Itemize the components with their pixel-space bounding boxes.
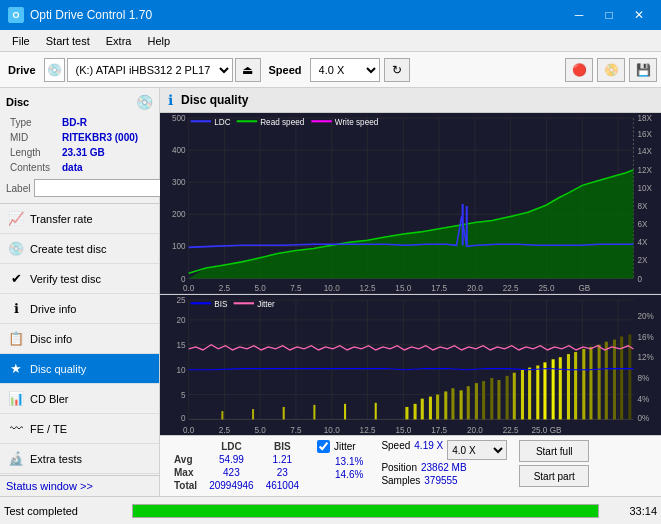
svg-rect-114 <box>497 380 500 419</box>
label-input[interactable] <box>34 179 163 197</box>
drive-select[interactable]: (K:) ATAPI iHBS312 2 PL17 <box>67 58 233 82</box>
svg-rect-123 <box>567 354 570 419</box>
position-label: Position <box>381 462 417 473</box>
svg-text:6X: 6X <box>637 220 648 229</box>
status-text: Test completed <box>4 505 124 517</box>
svg-text:LDC: LDC <box>214 118 230 127</box>
quality-header: ℹ Disc quality <box>160 88 661 113</box>
disc-table: Type BD-R MID RITEKBR3 (000) Length 23.3… <box>6 114 153 176</box>
svg-text:17.5: 17.5 <box>431 284 447 293</box>
menu-extra[interactable]: Extra <box>98 33 140 49</box>
speed-row: Speed 4.19 X 4.0 X <box>381 440 507 460</box>
speed-select[interactable]: 4.0 X <box>310 58 380 82</box>
menu-start-test[interactable]: Start test <box>38 33 98 49</box>
svg-text:200: 200 <box>172 210 186 219</box>
jitter-table: 13.1% 14.6% <box>317 455 369 481</box>
sidebar-item-verify-test-disc[interactable]: ✔ Verify test disc <box>0 264 159 294</box>
title-bar-left: O Opti Drive Control 1.70 <box>8 7 152 23</box>
jitter-checkbox[interactable] <box>317 440 330 453</box>
quality-title: Disc quality <box>181 93 248 107</box>
svg-text:4X: 4X <box>637 238 648 247</box>
charts-container: 0 100 200 300 400 500 0 2X 4X 6X 8X 10X … <box>160 113 661 435</box>
svg-rect-112 <box>482 381 485 419</box>
disc-length-row: Length 23.31 GB <box>8 146 151 159</box>
contents-value: data <box>60 161 151 174</box>
sidebar-item-label-fe-te: FE / TE <box>30 423 67 435</box>
sidebar-item-create-test-disc[interactable]: 💿 Create test disc <box>0 234 159 264</box>
svg-text:16%: 16% <box>637 332 654 341</box>
sidebar-item-disc-info[interactable]: 📋 Disc info <box>0 324 159 354</box>
extra-tests-icon: 🔬 <box>8 451 24 467</box>
samples-row: Samples 379555 <box>381 475 507 486</box>
speed-info-label: Speed <box>381 440 410 460</box>
toolbar-btn-2[interactable]: 📀 <box>597 58 625 82</box>
svg-text:300: 300 <box>172 178 186 187</box>
title-bar: O Opti Drive Control 1.70 ─ □ ✕ <box>0 0 661 30</box>
svg-text:15.0: 15.0 <box>395 284 411 293</box>
svg-rect-129 <box>613 340 616 420</box>
menu-help[interactable]: Help <box>139 33 178 49</box>
stats-col-ldc: LDC <box>203 440 260 453</box>
stats-panel: LDC BIS Avg 54.99 1.21 Max 423 23 <box>160 435 661 496</box>
svg-text:0.0: 0.0 <box>183 284 195 293</box>
svg-text:25: 25 <box>176 296 186 305</box>
svg-rect-134 <box>283 407 285 419</box>
toolbar-btn-3[interactable]: 💾 <box>629 58 657 82</box>
stats-col-empty <box>168 440 203 453</box>
drive-info-icon: ℹ <box>8 301 24 317</box>
sidebar-item-label-disc-quality: Disc quality <box>30 363 86 375</box>
speed-info-select[interactable]: 4.0 X <box>447 440 507 460</box>
minimize-button[interactable]: ─ <box>565 5 593 25</box>
maximize-button[interactable]: □ <box>595 5 623 25</box>
sidebar-item-fe-te[interactable]: 〰 FE / TE <box>0 414 159 444</box>
svg-rect-119 <box>536 365 539 419</box>
svg-text:25.0: 25.0 <box>539 284 555 293</box>
app-title: Opti Drive Control 1.70 <box>30 8 152 22</box>
drive-select-wrap: 💿 (K:) ATAPI iHBS312 2 PL17 ⏏ <box>44 58 261 82</box>
refresh-button[interactable]: ↻ <box>384 58 410 82</box>
sidebar-item-drive-info[interactable]: ℹ Drive info <box>0 294 159 324</box>
svg-text:4%: 4% <box>637 395 649 404</box>
fe-te-icon: 〰 <box>8 421 24 437</box>
position-row: Position 23862 MB <box>381 462 507 473</box>
jitter-checkbox-row: Jitter <box>317 440 369 453</box>
stats-table: LDC BIS Avg 54.99 1.21 Max 423 23 <box>168 440 305 492</box>
quality-header-icon: ℹ <box>168 92 173 108</box>
svg-rect-135 <box>313 405 315 420</box>
svg-text:5.0: 5.0 <box>255 426 267 435</box>
svg-rect-108 <box>451 388 454 419</box>
close-button[interactable]: ✕ <box>625 5 653 25</box>
eject-button[interactable]: ⏏ <box>235 58 261 82</box>
start-full-button[interactable]: Start full <box>519 440 589 462</box>
sidebar-item-label-extra-tests: Extra tests <box>30 453 82 465</box>
sidebar-item-disc-quality[interactable]: ★ Disc quality <box>0 354 159 384</box>
position-value: 23862 MB <box>421 462 467 473</box>
svg-rect-59 <box>160 295 661 435</box>
sidebar-item-label-disc-info: Disc info <box>30 333 72 345</box>
menu-file[interactable]: File <box>4 33 38 49</box>
svg-rect-137 <box>375 403 377 420</box>
stats-avg-ldc: 54.99 <box>203 453 260 466</box>
svg-rect-125 <box>582 349 585 419</box>
sidebar-item-label-cd-bler: CD Bler <box>30 393 69 405</box>
svg-text:GB: GB <box>578 284 590 293</box>
sidebar-item-cd-bler[interactable]: 📊 CD Bler <box>0 384 159 414</box>
sidebar-item-label-transfer-rate: Transfer rate <box>30 213 93 225</box>
sidebar-item-extra-tests[interactable]: 🔬 Extra tests <box>0 444 159 474</box>
start-part-button[interactable]: Start part <box>519 465 589 487</box>
content-area: ℹ Disc quality <box>160 88 661 496</box>
svg-rect-122 <box>559 357 562 419</box>
svg-text:100: 100 <box>172 242 186 251</box>
svg-rect-138 <box>191 302 211 304</box>
drive-icon-wrap: 💿 <box>44 58 65 82</box>
status-window-btn[interactable]: Status window >> <box>0 475 159 496</box>
length-value: 23.31 GB <box>60 146 151 159</box>
speed-info-value: 4.19 X <box>414 440 443 460</box>
status-time: 33:14 <box>607 505 657 517</box>
sidebar-item-transfer-rate[interactable]: 📈 Transfer rate <box>0 204 159 234</box>
svg-text:10.0: 10.0 <box>324 426 340 435</box>
jitter-avg-val: 13.1% <box>329 455 369 468</box>
stats-max-ldc: 423 <box>203 466 260 479</box>
toolbar-btn-1[interactable]: 🔴 <box>565 58 593 82</box>
bottom-chart-wrapper: 0 5 10 15 20 25 0% 4% 8% 12% 16% 20% 0.0… <box>160 295 661 435</box>
